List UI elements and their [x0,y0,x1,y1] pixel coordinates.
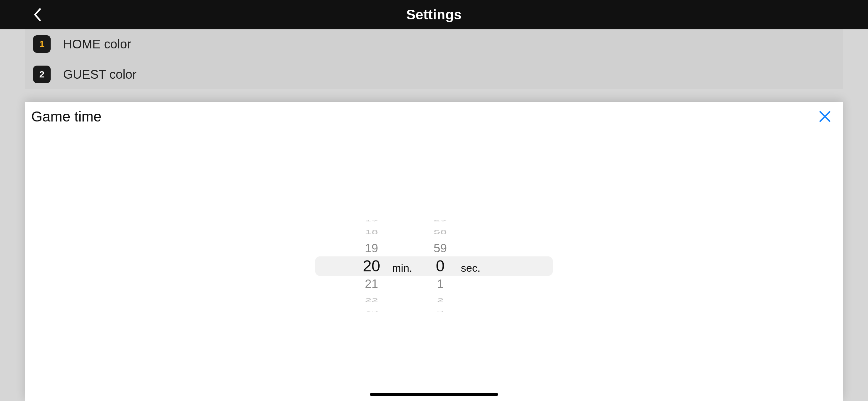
picker-item: 57 [434,221,447,222]
picker-item: 23 [365,311,378,312]
picker-item: 19 [365,240,378,257]
close-button[interactable] [815,107,834,126]
picker-item-selected: 0 [436,257,445,276]
picker-item: 21 [365,276,378,292]
picker-item: 22 [365,296,378,304]
home-indicator[interactable] [370,393,498,396]
picker-item: 58 [434,228,447,235]
back-button[interactable] [28,5,47,24]
seconds-unit-label: sec. [459,227,490,308]
time-picker[interactable]: 17 18 19 20 21 22 23 min. 57 5 [25,131,843,401]
guest-color-swatch: 2 [33,66,51,83]
picker-item: 3 [437,311,443,312]
picker-item: 1 [437,276,443,292]
sheet-header: Game time [25,102,843,131]
close-icon [818,110,832,123]
home-color-label: HOME color [63,37,131,51]
game-time-sheet: Game time 17 18 19 20 21 22 [25,102,843,401]
home-color-swatch: 1 [33,35,51,53]
picker-item-selected: 20 [363,257,380,276]
picker-item: 17 [365,221,378,222]
seconds-wheel[interactable]: 57 58 59 0 1 2 3 [422,226,459,307]
chevron-left-icon [31,8,44,22]
minutes-wheel[interactable]: 17 18 19 20 21 22 23 [353,226,390,307]
row-home-color[interactable]: 1 HOME color [25,29,843,59]
navbar: Settings [0,0,868,29]
picker-item: 18 [365,228,378,235]
guest-color-number: 2 [39,69,45,80]
minutes-unit-label: min. [390,227,422,308]
home-color-number: 1 [39,39,45,49]
sheet-title: Game time [31,108,101,125]
picker-item: 2 [437,296,443,304]
row-guest-color[interactable]: 2 GUEST color [25,59,843,89]
picker-item: 59 [434,240,447,257]
page-title: Settings [406,7,462,23]
guest-color-label: GUEST color [63,67,136,81]
